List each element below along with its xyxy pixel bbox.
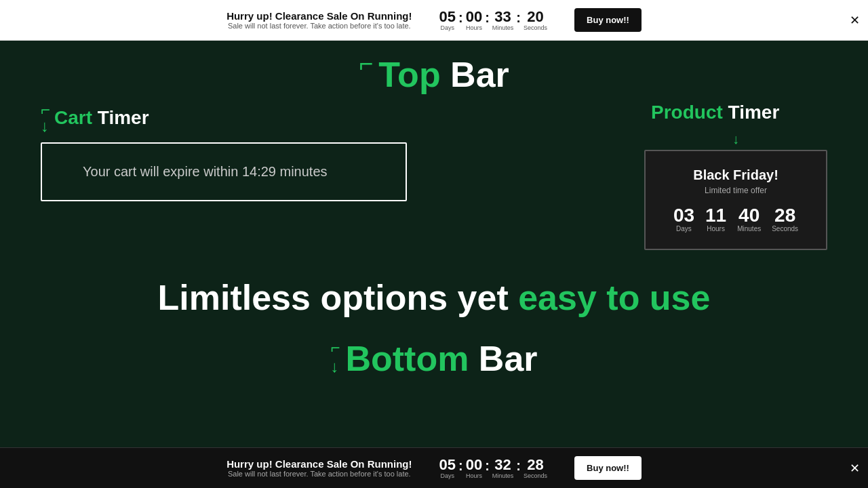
bottom-sep2: : [485,459,490,472]
product-minutes-label: Minutes [737,225,761,232]
bottom-hours-label: Hours [466,472,482,479]
top-bar-subtitle: Sale will not last forever. Take action … [226,22,412,30]
product-hours-unit: 11 Hours [705,206,726,232]
top-bar-heading-green: Top [378,55,440,94]
bottom-bar-buy-button[interactable]: Buy now!! [574,456,642,480]
bottom-sep1: : [458,459,463,472]
cart-label-white: Timer [92,107,149,128]
product-label-green: Product [651,102,723,123]
sep1: : [458,11,463,24]
seconds-unit: 20 Seconds [524,9,547,31]
product-seconds-label: Seconds [772,225,798,232]
bottom-seconds-label: Seconds [524,472,547,479]
product-widget: Black Friday! Limited time offer 03 Days… [644,150,827,250]
product-widget-title: Black Friday! [665,167,807,183]
top-bar-close-button[interactable]: ✕ [850,13,860,28]
sep2: : [485,11,490,24]
product-timer-label: Product Timer [651,102,779,123]
bottom-bar-close-button[interactable]: ✕ [850,461,860,476]
top-bar-title: Hurry up! Clearance Sale On Running! [226,10,412,22]
minutes-unit: 33 Minutes [492,9,514,31]
days-label: Days [441,24,455,31]
widgets-row: ⌐↓ Cart Timer Your cart will expire with… [0,102,868,250]
top-bar-buy-button[interactable]: Buy now!! [574,8,642,32]
bottom-days-unit: 05 Days [439,458,456,479]
cart-arrow-icon: ⌐↓ [41,102,50,134]
minutes-label: Minutes [492,24,514,31]
product-days-label: Days [676,225,692,232]
bottom-seconds-value: 28 [527,458,543,472]
product-label-white: Timer [723,102,780,123]
limitless-part1: Limitless options yet [158,278,509,317]
product-days-value: 03 [673,206,694,225]
bottom-bar-section-label: ⌐↓ Bottom Bar [330,338,537,379]
product-hours-value: 11 [705,206,726,225]
bottom-bar-text: Hurry up! Clearance Sale On Running! Sal… [226,458,412,478]
cart-label-green: Cart [54,107,92,128]
product-minutes-unit: 40 Minutes [737,206,761,232]
bottom-minutes-label: Minutes [492,472,514,479]
product-seconds-unit: 28 Seconds [772,206,798,232]
product-seconds-value: 28 [774,206,795,225]
seconds-label: Seconds [524,24,547,31]
product-days-unit: 03 Days [673,206,694,232]
days-unit: 05 Days [439,9,456,31]
minutes-value: 33 [494,9,511,24]
product-timer-section: Product Timer ↓ Black Friday! Limited ti… [644,102,827,250]
bottom-minutes-unit: 32 Minutes [492,458,514,479]
product-minutes-value: 40 [738,206,760,225]
bottom-hours-unit: 00 Hours [466,458,482,479]
bottom-seconds-unit: 28 Seconds [524,458,547,479]
bottom-bar-countdown: 05 Days : 00 Hours : 32 Minutes : 28 Sec… [439,458,548,479]
product-countdown: 03 Days 11 Hours 40 Minutes 28 [665,206,807,232]
sep3: : [516,11,521,24]
top-bar-section-heading: Top Bar [378,54,509,95]
hours-unit: 00 Hours [466,9,482,31]
bottom-bar-section-heading: Bottom Bar [345,338,537,379]
bottom-bar: Hurry up! Clearance Sale On Running! Sal… [0,447,868,488]
top-bar: Hurry up! Clearance Sale On Running! Sal… [0,0,868,41]
main-content: ⌐ Top Bar ⌐↓ Cart Timer Your cart will e… [0,41,868,447]
limitless-part2: easy to use [509,278,711,317]
bottom-bar-subtitle: Sale will not last forever. Take action … [226,470,412,478]
bottom-bar-arrow-icon: ⌐↓ [330,338,340,376]
bottom-hours-value: 00 [466,458,482,472]
top-bar-text: Hurry up! Clearance Sale On Running! Sal… [226,10,412,30]
days-value: 05 [439,9,456,24]
bottom-sep3: : [516,459,521,472]
cart-widget: Your cart will expire within 14:29 minut… [41,142,407,201]
bottom-bar-title: Hurry up! Clearance Sale On Running! [226,458,412,470]
seconds-value: 20 [527,9,543,24]
bottom-minutes-value: 32 [494,458,511,472]
cart-timer-section: ⌐↓ Cart Timer Your cart will expire with… [41,102,407,201]
product-hours-label: Hours [707,225,725,232]
cart-label-text: Cart Timer [54,107,149,129]
bottom-days-value: 05 [439,458,456,472]
bottom-bar-heading-green: Bottom [345,339,469,378]
hours-value: 00 [466,9,482,24]
cart-widget-text: Your cart will expire within 14:29 minut… [83,164,328,179]
product-label-text: Product Timer [651,102,779,123]
top-bar-arrow-icon: ⌐ [359,52,373,76]
limitless-heading: Limitless options yet easy to use [131,277,738,318]
hours-label: Hours [466,24,482,31]
top-bar-heading-white: Bar [441,55,509,94]
product-widget-subtitle: Limited time offer [665,186,807,195]
top-bar-countdown: 05 Days : 00 Hours : 33 Minutes : 20 Sec… [439,9,548,31]
bottom-days-label: Days [441,472,455,479]
top-bar-section-label: ⌐ Top Bar [359,54,509,95]
cart-timer-label: ⌐↓ Cart Timer [41,102,407,134]
bottom-bar-heading-white: Bar [469,339,537,378]
